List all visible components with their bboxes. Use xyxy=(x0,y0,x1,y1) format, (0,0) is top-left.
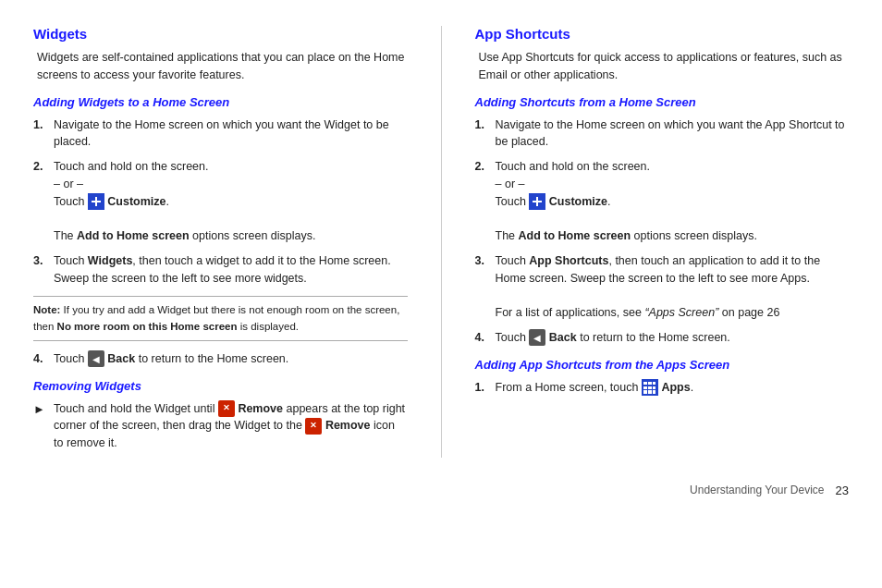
apps-grid-icon xyxy=(642,379,658,396)
back-icon xyxy=(88,350,104,367)
customize-icon xyxy=(88,193,104,210)
step-4-back-label: Back xyxy=(107,352,135,365)
step-4-content: Touch Back to return to the Home screen. xyxy=(54,350,408,368)
right-step-2-touch-label: Touch xyxy=(496,195,530,208)
step-2-or: – or – xyxy=(54,178,83,190)
step-2-customize: Customize xyxy=(107,195,165,208)
column-divider xyxy=(441,26,442,458)
right-step-4-back-label: Back xyxy=(549,331,577,344)
note-box: Note: If you try and add a Widget but th… xyxy=(33,296,408,341)
right-step-1-num: 1. xyxy=(475,116,496,152)
apps-label: Apps xyxy=(661,381,690,394)
right-column: App Shortcuts Use App Shortcuts for quic… xyxy=(475,26,850,458)
add-widgets-steps: 1. Navigate to the Home screen on which … xyxy=(33,116,408,288)
step-2-touch-label: Touch xyxy=(54,195,88,208)
right-back-icon xyxy=(529,329,545,346)
add-apps-subtitle: Adding App Shortcuts from the Apps Scree… xyxy=(475,358,850,372)
right-step4-list: 4. Touch Back to return to the Home scre… xyxy=(475,329,850,347)
step-2-num: 2. xyxy=(33,158,54,245)
footer-label: Understanding Your Device xyxy=(690,484,824,496)
add-shortcuts-steps: 1. Navigate to the Home screen on which … xyxy=(475,116,850,322)
remove-icon2 xyxy=(305,418,322,435)
right-step-4-content: Touch Back to return to the Home screen. xyxy=(496,329,850,347)
apps-step-1-content: From a Home screen, touch Apps. xyxy=(496,379,850,397)
step-1-content: Navigate to the Home screen on which you… xyxy=(54,116,408,152)
apps-step-1-end: . xyxy=(691,381,693,394)
apps-step-1: 1. From a Home screen, touch Apps. xyxy=(475,379,850,397)
remove-label2: Remove xyxy=(325,419,371,432)
remove-content: Touch and hold the Widget until Remove a… xyxy=(54,400,408,452)
step4-list: 4. Touch Back to return to the Home scre… xyxy=(33,350,408,368)
footer: Understanding Your Device 23 xyxy=(33,484,849,497)
left-section-title: Widgets xyxy=(33,26,408,42)
left-intro: Widgets are self-contained applications … xyxy=(33,49,408,84)
step-4: 4. Touch Back to return to the Home scre… xyxy=(33,350,408,368)
step-1-num: 1. xyxy=(33,116,54,152)
right-step-4: 4. Touch Back to return to the Home scre… xyxy=(475,329,850,347)
apps-step-1-num: 1. xyxy=(475,379,496,397)
right-customize-icon xyxy=(529,193,545,210)
step-3-num: 3. xyxy=(33,252,54,288)
step-2-touch-hold: Touch and hold on the screen. xyxy=(54,160,208,173)
right-step-2-or: – or – xyxy=(496,178,525,190)
right-step-4-num: 4. xyxy=(475,329,496,347)
note-bold: No more room on this Home screen xyxy=(57,321,238,332)
right-step-3-page: on page 26 xyxy=(722,306,780,319)
remove-text-intro: Touch and hold the Widget until xyxy=(54,402,214,415)
step-2-after: The Add to Home screen options screen di… xyxy=(54,229,315,242)
right-step-3-content: Touch App Shortcuts, then touch an appli… xyxy=(496,252,850,322)
left-column: Widgets Widgets are self-contained appli… xyxy=(33,26,408,458)
right-step-4-touch: Touch xyxy=(496,331,526,344)
step-4-touch: Touch xyxy=(54,352,84,365)
remove-widgets-subtitle: Removing Widgets xyxy=(33,379,408,393)
right-step-2-touch-hold: Touch and hold on the screen. xyxy=(496,160,650,173)
right-step-2-customize: Customize xyxy=(549,195,607,208)
right-step-3-italic: “Apps Screen” xyxy=(644,306,718,319)
step-3-content: Touch Widgets, then touch a widget to ad… xyxy=(54,252,408,288)
add-widgets-subtitle: Adding Widgets to a Home Screen xyxy=(33,95,408,109)
apps-steps: 1. From a Home screen, touch Apps. xyxy=(475,379,850,397)
right-step-1-content: Navigate to the Home screen on which you… xyxy=(496,116,850,152)
note-label: Note: xyxy=(33,304,64,315)
step-4-text: to return to the Home screen. xyxy=(139,352,289,365)
add-shortcuts-subtitle: Adding Shortcuts from a Home Screen xyxy=(475,95,850,109)
step-2: 2. Touch and hold on the screen. – or – … xyxy=(33,158,408,245)
right-step-1: 1. Navigate to the Home screen on which … xyxy=(475,116,850,152)
remove-icon xyxy=(218,400,235,417)
remove-list: ► Touch and hold the Widget until Remove… xyxy=(33,400,408,452)
right-step-2-content: Touch and hold on the screen. – or – Tou… xyxy=(496,158,850,245)
footer-page: 23 xyxy=(836,484,849,497)
right-step-3-extra: For a list of applications, see “Apps Sc… xyxy=(496,306,780,319)
apps-step-1-intro: From a Home screen, touch xyxy=(496,381,639,394)
right-step-2-after: The Add to Home screen options screen di… xyxy=(496,229,757,242)
remove-label: Remove xyxy=(238,402,283,415)
right-intro: Use App Shortcuts for quick access to ap… xyxy=(475,49,850,84)
remove-item: ► Touch and hold the Widget until Remove… xyxy=(33,400,408,452)
right-step-3: 3. Touch App Shortcuts, then touch an ap… xyxy=(475,252,850,322)
right-section-title: App Shortcuts xyxy=(475,26,850,42)
bullet-arrow: ► xyxy=(33,400,50,452)
right-step-2: 2. Touch and hold on the screen. – or – … xyxy=(475,158,850,245)
step-4-num: 4. xyxy=(33,350,54,368)
right-step-3-bold: App Shortcuts xyxy=(529,254,608,267)
step-1: 1. Navigate to the Home screen on which … xyxy=(33,116,408,152)
step-2-content: Touch and hold on the screen. – or – Tou… xyxy=(54,158,408,245)
right-step-4-text: to return to the Home screen. xyxy=(580,331,730,344)
step-3: 3. Touch Widgets, then touch a widget to… xyxy=(33,252,408,288)
note-end: is displayed. xyxy=(240,321,299,332)
step-3-bold: Widgets xyxy=(88,254,133,267)
right-step-3-num: 3. xyxy=(475,252,496,322)
right-step-2-num: 2. xyxy=(475,158,496,245)
